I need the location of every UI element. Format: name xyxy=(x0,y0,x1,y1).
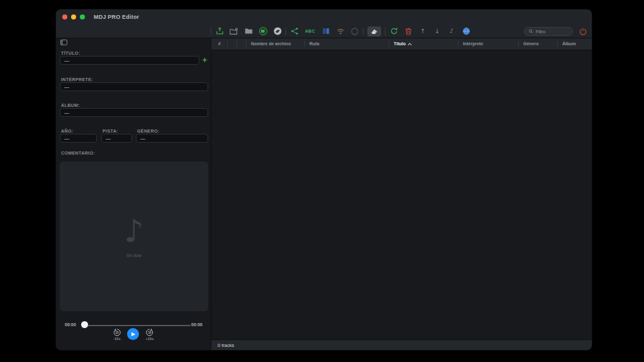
wifi-button[interactable] xyxy=(336,26,345,36)
move-up-button[interactable]: ↑ xyxy=(418,26,427,36)
mdj-logo-icon: M xyxy=(259,27,267,35)
svg-text:15: 15 xyxy=(115,331,119,334)
new-folder-button[interactable] xyxy=(230,26,238,36)
toolbar-right xyxy=(524,25,587,38)
album-field[interactable] xyxy=(60,108,208,117)
seek-slider-knob[interactable] xyxy=(81,321,88,328)
column-header-path[interactable]: Ruta xyxy=(304,41,389,47)
app-logo-icon xyxy=(274,27,282,35)
panel-toggle-button[interactable] xyxy=(60,40,67,45)
toolbar-separator xyxy=(363,28,364,35)
seek-slider[interactable] xyxy=(82,325,191,326)
wifi-icon xyxy=(336,28,345,35)
analyze-button[interactable] xyxy=(290,26,299,36)
search-input[interactable] xyxy=(536,30,568,34)
column-header-icon1[interactable] xyxy=(227,41,236,47)
play-icon: ▶ xyxy=(131,332,135,337)
skip-forward-button[interactable]: 15 +15s xyxy=(142,329,158,341)
music-note-icon: ♪ xyxy=(450,28,453,34)
close-button[interactable] xyxy=(62,14,67,19)
refresh-icon xyxy=(390,27,398,35)
import-button[interactable] xyxy=(215,26,224,36)
year-label: AÑO: xyxy=(61,129,74,133)
toolbar-separator xyxy=(286,28,286,35)
column-header-number[interactable]: # xyxy=(211,41,227,47)
move-down-icon: ↓ xyxy=(435,28,440,35)
eraser-button[interactable] xyxy=(367,26,381,36)
table-header: # Nombre de archivo Ruta Título Intérpre… xyxy=(211,38,592,50)
app-badge-button[interactable] xyxy=(273,26,282,36)
artist-field[interactable] xyxy=(60,82,208,91)
abc-case-button[interactable]: ABC xyxy=(304,26,316,36)
skip-forward-label: +15s xyxy=(146,337,153,341)
title-field[interactable] xyxy=(60,56,199,65)
window-title: MDJ PRO Editor xyxy=(94,14,139,20)
zoom-button[interactable] xyxy=(80,14,85,19)
auto-tag-icon xyxy=(202,57,208,63)
column-header-genre[interactable]: Género xyxy=(518,41,557,47)
mdj-badge-button[interactable]: M xyxy=(258,26,267,36)
column-header-album[interactable]: Álbum xyxy=(557,41,592,47)
folder-icon xyxy=(245,28,253,35)
traffic-lights xyxy=(62,14,85,19)
columns-icon xyxy=(323,28,330,35)
auto-tag-button[interactable] xyxy=(202,57,208,63)
folder-button[interactable] xyxy=(244,26,253,36)
status-bar: 0 tracks xyxy=(211,339,592,351)
move-down-button[interactable]: ↓ xyxy=(433,26,441,36)
column-header-title-label: Título xyxy=(394,41,406,47)
toolbar-separator xyxy=(385,28,386,35)
genre-label: GÉNERO: xyxy=(137,129,159,133)
toolbar: M xyxy=(56,25,592,38)
eraser-icon xyxy=(370,28,378,35)
table-body[interactable] xyxy=(211,50,592,339)
album-label: ÁLBUM: xyxy=(61,103,80,107)
column-header-filename[interactable]: Nombre de archivo xyxy=(246,41,304,47)
genre-field[interactable] xyxy=(136,134,208,143)
desktop: MDJ PRO Editor xyxy=(0,0,644,362)
abc-icon: ABC xyxy=(305,29,315,33)
sidebar-toggle-icon xyxy=(60,40,67,45)
minimize-button[interactable] xyxy=(71,14,76,19)
trash-icon xyxy=(405,28,412,35)
svg-text:15: 15 xyxy=(148,331,152,334)
web-button[interactable] xyxy=(462,26,470,36)
elapsed-time: 00:00 xyxy=(65,322,76,327)
title-label: TÍTULO: xyxy=(61,51,80,55)
analyze-nodes-icon xyxy=(291,27,299,35)
move-up-icon: ↑ xyxy=(420,28,425,35)
track-table: # Nombre de archivo Ruta Título Intérpre… xyxy=(211,38,592,351)
power-button[interactable] xyxy=(579,28,587,35)
search-icon xyxy=(529,29,533,34)
music-note-tool-button[interactable]: ♪ xyxy=(447,26,456,36)
app-window: MDJ PRO Editor xyxy=(55,9,592,351)
main-content: TÍTULO: INTÉRPRETE: ÁLBUM: AÑO: PISTA: G… xyxy=(56,38,592,351)
filter-search[interactable] xyxy=(524,27,573,36)
power-icon xyxy=(579,28,587,35)
skip-back-button[interactable]: 15 -15s xyxy=(109,329,125,341)
columns-button[interactable] xyxy=(321,26,330,36)
web-globe-icon xyxy=(462,27,470,35)
column-header-title[interactable]: Título xyxy=(389,41,458,47)
tag-editor-panel: TÍTULO: INTÉRPRETE: ÁLBUM: AÑO: PISTA: G… xyxy=(56,38,211,351)
toolbar-group-tools: ABC xyxy=(290,26,359,36)
circle-button[interactable] xyxy=(350,26,359,36)
column-header-artist[interactable]: Intérprete xyxy=(458,41,518,47)
comment-artwork-box[interactable]: ♪ Sin Arte xyxy=(60,162,208,311)
toolbar-group-files: M xyxy=(215,26,282,36)
delete-button[interactable] xyxy=(404,26,413,36)
comment-label: COMENTARIO: xyxy=(61,151,95,155)
sort-ascending-icon xyxy=(408,43,412,46)
year-field[interactable] xyxy=(60,134,97,143)
artwork-placeholder-label: Sin Arte xyxy=(126,253,142,258)
mdj-logo-letter: M xyxy=(261,29,265,33)
skip-back-icon: 15 xyxy=(113,329,121,336)
track-field[interactable] xyxy=(101,134,132,143)
column-header-icon2[interactable] xyxy=(236,41,246,47)
skip-back-label: -15s xyxy=(113,337,120,341)
play-button[interactable]: ▶ xyxy=(127,328,139,340)
track-label: PISTA: xyxy=(103,129,118,133)
titlebar: MDJ PRO Editor xyxy=(56,9,592,25)
track-count: 0 tracks xyxy=(218,343,234,348)
refresh-button[interactable] xyxy=(389,26,398,36)
